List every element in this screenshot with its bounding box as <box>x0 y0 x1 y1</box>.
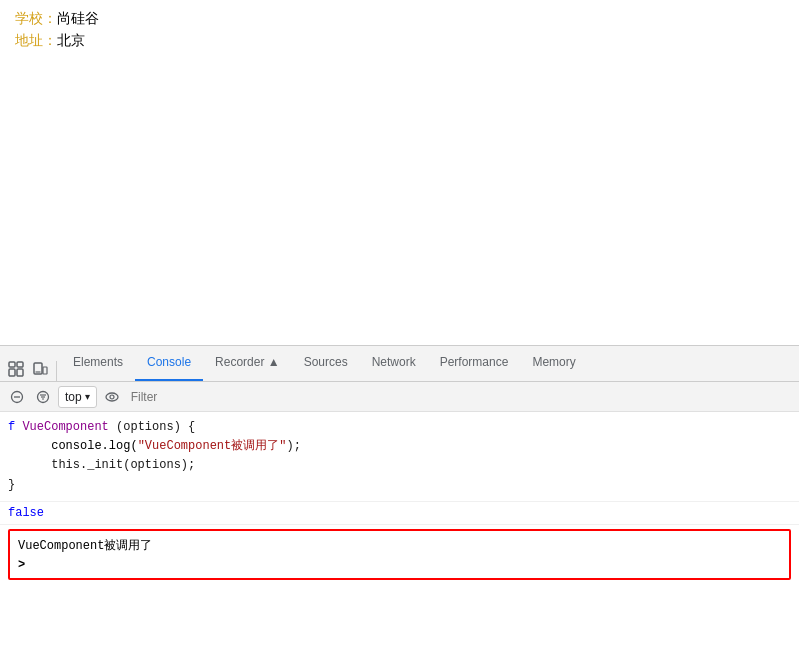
svg-point-14 <box>110 395 114 399</box>
filter-input[interactable] <box>127 386 793 408</box>
console-false-entry: false <box>0 502 799 525</box>
tab-console[interactable]: Console <box>135 345 203 381</box>
code-line-4: } <box>8 476 791 495</box>
code-line-1: f VueComponent (options) { <box>8 418 791 437</box>
filter-toggle-btn[interactable] <box>32 386 54 408</box>
console-highlighted-entry: VueComponent被调用了 > <box>8 529 791 580</box>
devtools-tabs: Elements Console Recorder ▲ Sources Netw… <box>0 346 799 382</box>
false-value: false <box>8 506 44 520</box>
tab-elements[interactable]: Elements <box>61 345 135 381</box>
eye-icon-btn[interactable] <box>101 386 123 408</box>
tab-separator <box>56 361 57 381</box>
address-value: 北京 <box>57 32 85 48</box>
device-toggle-btn[interactable] <box>28 357 52 381</box>
address-label: 地址： <box>15 32 57 48</box>
console-toolbar: top ▾ <box>0 382 799 412</box>
svg-rect-5 <box>43 367 47 374</box>
svg-rect-0 <box>9 362 15 367</box>
tab-performance[interactable]: Performance <box>428 345 521 381</box>
console-code-entry: f VueComponent (options) { console.log("… <box>0 412 799 502</box>
console-output-text: VueComponent被调用了 <box>18 537 781 554</box>
context-value: top <box>65 390 82 404</box>
tab-recorder[interactable]: Recorder ▲ <box>203 345 292 381</box>
code-line-2: console.log("VueComponent被调用了"); <box>8 437 791 456</box>
console-prompt: > <box>18 558 25 572</box>
tab-sources[interactable]: Sources <box>292 345 360 381</box>
devtools-panel: Elements Console Recorder ▲ Sources Netw… <box>0 345 799 670</box>
svg-rect-3 <box>17 369 23 376</box>
tab-network[interactable]: Network <box>360 345 428 381</box>
address-line: 地址：北京 <box>15 32 784 50</box>
school-label: 学校： <box>15 10 57 26</box>
svg-point-13 <box>106 393 118 401</box>
svg-rect-1 <box>17 362 23 367</box>
school-value: 尚硅谷 <box>57 10 99 26</box>
context-selector[interactable]: top ▾ <box>58 386 97 408</box>
clear-console-btn[interactable] <box>6 386 28 408</box>
chevron-down-icon: ▾ <box>85 391 90 402</box>
inspect-icon-btn[interactable] <box>4 357 28 381</box>
tab-memory[interactable]: Memory <box>520 345 587 381</box>
console-output: f VueComponent (options) { console.log("… <box>0 412 799 670</box>
svg-rect-2 <box>9 369 15 376</box>
school-line: 学校：尚硅谷 <box>15 10 784 28</box>
code-line-3: this._init(options); <box>8 456 791 475</box>
page-content: 学校：尚硅谷 地址：北京 <box>0 0 799 345</box>
